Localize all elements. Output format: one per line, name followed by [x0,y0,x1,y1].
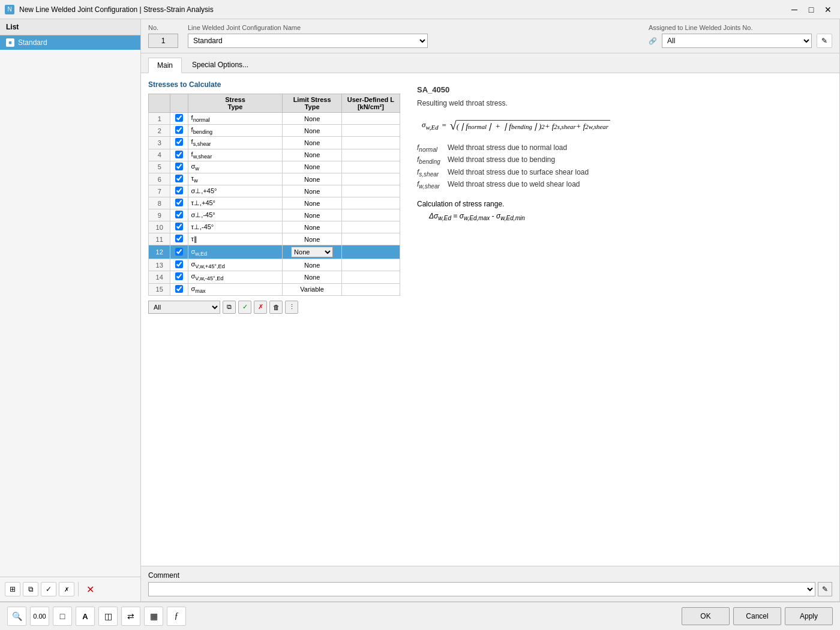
row-checkbox[interactable] [175,235,183,242]
function-tool-button[interactable]: ƒ [167,607,186,626]
row-stress-type: σV,w,-45°,Ed [188,271,283,283]
row-limit-type: None [283,161,341,173]
row-number: 2 [149,125,170,137]
table-row[interactable]: 10τ⊥,-45°None [149,221,400,233]
title-bar-left: N New Line Welded Joint Configuration | … [5,5,214,14]
row-limit-type: None [283,221,341,233]
add-item-button[interactable]: ⊞ [5,582,20,596]
delete-item-button[interactable]: ✕ [82,582,98,596]
table-row[interactable]: 12σw,EdNoneVariableFixed [149,245,400,259]
arrows-tool-button[interactable]: ⇄ [121,607,140,626]
cancel-button[interactable]: Cancel [733,607,781,625]
comment-input-row: ✎ [148,582,832,596]
comment-select[interactable] [148,582,815,596]
box-tool-button[interactable]: □ [53,607,72,626]
table-check-all-button[interactable]: ✓ [238,301,251,314]
table-filter-select[interactable]: All Selected Active [148,301,220,314]
no-input[interactable] [148,34,178,48]
limit-type-select[interactable]: NoneVariableFixed [291,247,333,257]
tab-main[interactable]: Main [148,58,182,73]
row-checkbox[interactable] [175,260,183,268]
apply-button[interactable]: Apply [785,607,833,625]
table-row[interactable]: 5σwNone [149,161,400,173]
formula-under-sqrt: (❘fnormal❘ + ❘fbending❘)2 + f2s,shear + … [457,120,610,131]
table-row[interactable]: 9σ⊥,-45°None [149,209,400,221]
row-number: 11 [149,233,170,245]
row-checkbox[interactable] [175,151,183,158]
row-checkbox[interactable] [175,199,183,206]
row-checkbox[interactable] [175,163,183,170]
row-limit-type: None [283,209,341,221]
row-user-defined [341,209,400,221]
uncheck-item-button[interactable]: ✗ [59,582,74,596]
table-copy-button[interactable]: ⧉ [223,301,236,314]
layers-tool-button[interactable]: ◫ [98,607,118,626]
row-user-defined [341,149,400,161]
row-checkbox[interactable] [175,138,183,146]
row-checkbox[interactable] [175,248,183,256]
sidebar-header: List [0,19,140,35]
table-row[interactable]: 14σV,w,-45°,EdNone [149,271,400,283]
row-checkbox[interactable] [175,114,183,122]
row-limit-type: None [283,259,341,271]
calc-range-formula: Δσw,Ed = σw,Ed,max - σw,Ed,min [429,212,823,221]
def-term-fwshear: fw,shear [417,180,440,190]
row-number: 10 [149,221,170,233]
name-select[interactable]: Standard [188,34,428,48]
row-checkbox[interactable] [175,272,183,280]
row-stress-type: σV,w,+45°,Ed [188,259,283,271]
row-checkbox[interactable] [175,285,183,293]
table-row[interactable]: 3fs,shearNone [149,137,400,149]
info-panel: SA_4050 Resulting weld throat stress. σw… [407,80,832,559]
def-term-fbending: fbending [417,155,440,165]
table-delete-button[interactable]: 🗑 [269,301,283,314]
maximize-button[interactable]: □ [804,4,818,16]
row-checkbox[interactable] [175,126,183,134]
calc-range: Calculation of stress range. Δσw,Ed = σw… [417,200,823,221]
ok-button[interactable]: OK [682,607,730,625]
sidebar-item-standard[interactable]: ■ Standard [0,35,140,50]
title-bar-controls: ─ □ ✕ [787,4,835,16]
row-limit-type: NoneVariableFixed [283,245,341,259]
assigned-icon: 🔗 [649,37,657,45]
table-row[interactable]: 13σV,w,+45°,EdNone [149,259,400,271]
copy-item-button[interactable]: ⧉ [23,582,38,596]
row-limit-type: None [283,149,341,161]
bottom-left-tools: 🔍 0.00 □ A ◫ ⇄ ▦ ƒ [7,607,186,626]
assigned-select[interactable]: All [662,34,812,48]
table-extra-button[interactable]: ⋮ [285,301,298,314]
name-group: Line Welded Joint Configuration Name Sta… [188,24,428,48]
row-checkbox[interactable] [175,211,183,218]
table-row[interactable]: 6τwNone [149,173,400,185]
table-row[interactable]: 15σmaxVariable [149,283,400,295]
row-checkbox[interactable] [175,223,183,230]
table-row[interactable]: 2fbendingNone [149,125,400,137]
font-tool-button[interactable]: A [76,607,95,626]
number-tool-button[interactable]: 0.00 [30,607,49,626]
assigned-edit-button[interactable]: ✎ [817,34,832,48]
col-header-limit: Limit StressType [283,94,341,113]
row-limit-type: Variable [283,283,341,295]
table-tool-button[interactable]: ▦ [144,607,163,626]
def-term-fnormal: fnormal [417,143,440,153]
minimize-button[interactable]: ─ [787,4,802,16]
table-row[interactable]: 7σ⊥,+45°None [149,185,400,197]
table-row[interactable]: 8τ⊥,+45°None [149,197,400,209]
comment-label: Comment [148,571,832,580]
row-stress-type: σw [188,161,283,173]
row-user-defined [341,259,400,271]
table-row[interactable]: 11τ‖None [149,233,400,245]
row-checkbox[interactable] [175,187,183,194]
comment-edit-button[interactable]: ✎ [818,582,832,596]
row-checkbox[interactable] [175,175,183,182]
col-header-user: User-Defined L[kN/cm²] [341,94,400,113]
search-tool-button[interactable]: 🔍 [7,607,26,626]
tab-special-options[interactable]: Special Options... [183,57,257,73]
close-button[interactable]: ✕ [821,4,835,16]
formula-display: σw,Ed = √ (❘fnormal❘ + ❘fbending❘)2 + f2… [422,119,610,131]
table-uncheck-button[interactable]: ✗ [254,301,267,314]
table-row[interactable]: 4fw,shearNone [149,149,400,161]
check-item-button[interactable]: ✓ [41,582,56,596]
content-area: List ■ Standard ⊞ ⧉ ✓ ✗ ✕ No. [0,19,840,601]
table-row[interactable]: 1fnormalNone [149,113,400,125]
